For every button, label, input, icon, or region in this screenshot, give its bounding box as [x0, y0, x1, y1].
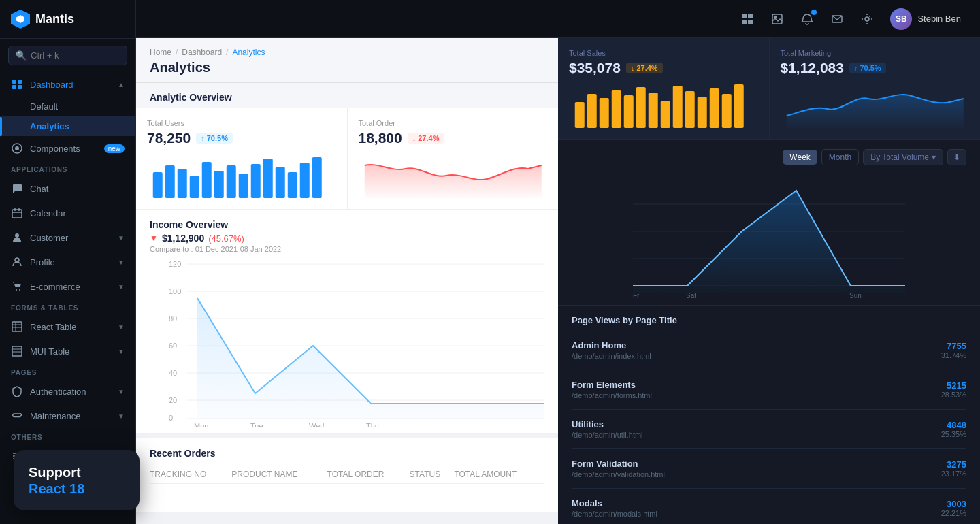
stat-card-order: Total Order 18,800 ↓27.4% [348, 108, 559, 209]
stat-value-sales: $35,078 [569, 60, 621, 76]
col-tracking: TRACKING NO [150, 465, 231, 484]
svg-rect-25 [742, 14, 747, 18]
income-amount: $1,12,900 [162, 233, 204, 244]
svg-rect-38 [214, 171, 224, 198]
mui-table-icon [11, 345, 23, 357]
analytic-overview-title: Analytic Overview [150, 92, 232, 103]
svg-rect-43 [276, 167, 285, 198]
stat-badge-users: ↑70.5% [196, 133, 233, 144]
svg-marker-0 [16, 15, 24, 23]
pv-url-5: /demo/admin/modals.html [572, 510, 941, 518]
pv-url-3: /demo/admin/util.html [572, 431, 941, 439]
page-views-title: Page Views by Page Title [572, 315, 966, 325]
settings-icon-button[interactable] [855, 7, 879, 31]
react-table-chevron: ▼ [118, 323, 125, 331]
pv-count-1: 7755 [941, 341, 966, 351]
income-compare: Compare to : 01 Dec 2021-08 Jan 2022 [150, 245, 281, 253]
sidebar-sub-analytics[interactable]: Analytics [0, 116, 135, 136]
week-button[interactable]: Week [783, 150, 817, 165]
sidebar-logo[interactable]: Mantis [0, 0, 135, 39]
svg-point-12 [15, 258, 19, 262]
search-icon: 🔍 [16, 50, 27, 61]
breadcrumb-home[interactable]: Home [150, 48, 172, 57]
chevron-down-icon: ▾ [932, 152, 936, 162]
maintenance-label: Maintenance [30, 411, 111, 421]
recent-orders-title: Recent Orders [150, 448, 544, 459]
breadcrumb-current: Analytics [232, 48, 265, 57]
page-view-item-2: Form Elements /demo/admin/forms.html 521… [572, 370, 966, 410]
income-values: ▼ $1,12,900 (45.67%) [150, 233, 281, 244]
image-icon-button[interactable] [765, 7, 789, 31]
dashboard-icon [11, 78, 23, 91]
sidebar-item-maintenance[interactable]: Maintenance ▼ [0, 404, 135, 428]
sidebar-item-components[interactable]: Components new [0, 136, 135, 161]
svg-rect-42 [263, 159, 273, 198]
svg-rect-26 [748, 14, 753, 18]
svg-text:Tue: Tue [250, 422, 263, 427]
chat-label: Chat [30, 184, 125, 194]
stat-card-sales: Total Sales $35,078 ↓27.4% [558, 38, 770, 139]
sidebar-item-customer[interactable]: Customer ▼ [0, 225, 135, 250]
user-avatar: SB [890, 8, 912, 30]
pv-pct-5: 22.21% [941, 509, 966, 517]
sidebar-item-chat[interactable]: Chat [0, 176, 135, 201]
grid-icon-button[interactable] [735, 7, 760, 31]
mui-table-label: MUI Table [30, 346, 111, 357]
stat-value-marketing: $1,12,083 [781, 60, 844, 76]
svg-rect-46 [312, 157, 322, 198]
sidebar-item-react-table[interactable]: React Table ▼ [0, 314, 135, 339]
svg-rect-4 [18, 85, 22, 89]
svg-rect-65 [575, 102, 585, 128]
customer-icon [11, 231, 23, 244]
page-view-item-1: Admin Home /demo/admin/index.html 7755 3… [572, 331, 966, 370]
pv-url-4: /demo/admin/validation.html [572, 470, 941, 478]
page-views-section: Page Views by Page Title Admin Home /dem… [558, 306, 980, 524]
sidebar-item-calendar[interactable]: Calendar [0, 201, 135, 225]
breadcrumb-dashboard[interactable]: Dashboard [182, 48, 222, 57]
search-input[interactable] [31, 50, 120, 61]
sidebar-item-authentication[interactable]: Authentication ▼ [0, 379, 135, 404]
stat-label-users: Total Users [147, 119, 336, 127]
user-menu[interactable]: SB Stebin Ben [885, 5, 966, 33]
pv-pct-1: 31.74% [941, 351, 966, 359]
bar-chart-users [147, 152, 336, 198]
mail-icon-button[interactable] [825, 7, 849, 31]
ecommerce-icon [11, 280, 23, 293]
orders-table: TRACKING NO PRODUCT NAME TOTAL ORDER STA… [150, 465, 544, 502]
right-panel: Total Sales $35,078 ↓27.4% [558, 38, 980, 524]
breadcrumb-sep2: / [226, 48, 228, 57]
sidebar-item-ecommerce[interactable]: E-commerce ▼ [0, 274, 135, 299]
stats-row: Total Users 78,250 ↑70.5% [136, 108, 558, 209]
svg-rect-45 [300, 163, 310, 198]
svg-rect-15 [12, 322, 22, 331]
svg-rect-1 [12, 80, 16, 84]
stat-badge-order: ↓27.4% [408, 133, 444, 144]
dark-stats-row: Total Sales $35,078 ↓27.4% [558, 38, 980, 140]
customer-label: Customer [30, 233, 111, 243]
col-product: PRODUCT NAME [231, 465, 327, 484]
download-button[interactable]: ⬇ [947, 149, 966, 165]
recent-orders-section: Recent Orders TRACKING NO PRODUCT NAME T… [136, 433, 558, 512]
sidebar-item-dashboard[interactable]: Dashboard ▲ [0, 72, 135, 97]
sidebar-sub-default[interactable]: Default [0, 97, 135, 116]
up-arrow-marketing: ↑ [854, 64, 858, 72]
sidebar-item-profile[interactable]: Profile ▼ [0, 250, 135, 274]
pv-count-4: 3275 [941, 459, 966, 470]
react-table-icon [11, 321, 23, 333]
pv-url-2: /demo/admin/forms.html [572, 391, 941, 399]
svg-rect-76 [710, 88, 719, 128]
ecommerce-chevron: ▼ [118, 283, 125, 291]
support-badge[interactable]: Support React 18 [14, 450, 140, 510]
search-box[interactable]: 🔍 [8, 46, 127, 65]
search-area: 🔍 [0, 39, 135, 72]
stat-label-sales: Total Sales [569, 49, 758, 57]
stat-label-order: Total Order [359, 119, 548, 127]
page-view-item-5: Modals /demo/admin/modals.html 3003 22.2… [572, 489, 966, 524]
bell-icon-button[interactable] [795, 7, 819, 31]
volume-select[interactable]: By Total Volume ▾ [863, 149, 943, 165]
sidebar-item-mui-table[interactable]: MUI Table ▼ [0, 339, 135, 363]
month-button[interactable]: Month [821, 149, 859, 165]
svg-rect-37 [202, 162, 212, 198]
income-pct: (45.67%) [208, 233, 244, 244]
svg-rect-41 [251, 164, 261, 198]
